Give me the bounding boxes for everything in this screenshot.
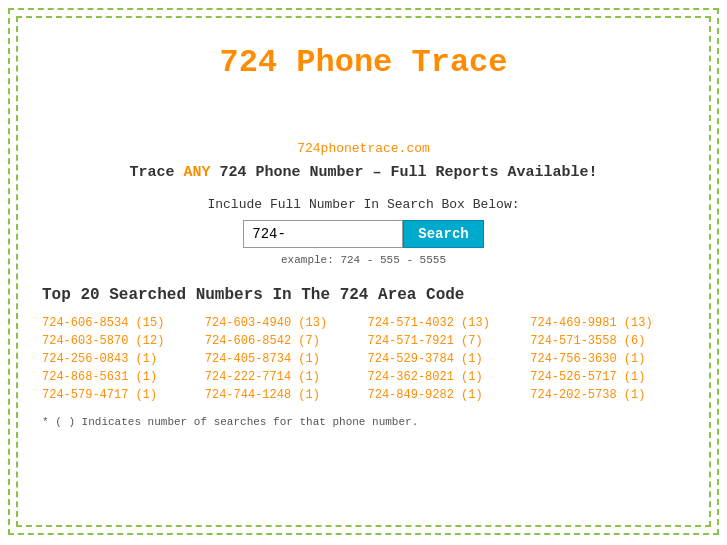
footnote: * ( ) Indicates number of searches for t… — [42, 416, 685, 428]
phone-link[interactable]: 724-606-8542 (7) — [205, 334, 360, 348]
site-title: 724 Phone Trace — [42, 44, 685, 81]
search-button[interactable]: Search — [403, 220, 483, 248]
phone-link[interactable]: 724-868-5631 (1) — [42, 370, 197, 384]
phone-link[interactable]: 724-571-4032 (13) — [368, 316, 523, 330]
tagline: Trace ANY 724 Phone Number – Full Report… — [42, 164, 685, 181]
phone-link[interactable]: 724-526-5717 (1) — [530, 370, 685, 384]
example-text: example: 724 - 555 - 5555 — [42, 254, 685, 266]
phone-link[interactable]: 724-571-7921 (7) — [368, 334, 523, 348]
search-row: Search — [42, 220, 685, 248]
phone-link[interactable]: 724-256-0843 (1) — [42, 352, 197, 366]
search-input[interactable] — [243, 220, 403, 248]
tagline-prefix: Trace — [129, 164, 183, 181]
phone-link[interactable]: 724-744-1248 (1) — [205, 388, 360, 402]
phone-link[interactable]: 724-529-3784 (1) — [368, 352, 523, 366]
phone-link[interactable]: 724-222-7714 (1) — [205, 370, 360, 384]
phone-link[interactable]: 724-579-4717 (1) — [42, 388, 197, 402]
phone-link[interactable]: 724-603-5870 (12) — [42, 334, 197, 348]
search-label: Include Full Number In Search Box Below: — [42, 197, 685, 212]
phone-grid: 724-606-8534 (15)724-603-4940 (13)724-57… — [42, 316, 685, 402]
phone-link[interactable]: 724-362-8021 (1) — [368, 370, 523, 384]
tagline-highlight: ANY — [183, 164, 210, 181]
outer-border: 724 Phone Trace 724phonetrace.com Trace … — [8, 8, 719, 535]
tagline-suffix: 724 Phone Number – Full Reports Availabl… — [210, 164, 597, 181]
phone-link[interactable]: 724-756-3630 (1) — [530, 352, 685, 366]
phone-link[interactable]: 724-202-5738 (1) — [530, 388, 685, 402]
phone-link[interactable]: 724-405-8734 (1) — [205, 352, 360, 366]
site-url: 724phonetrace.com — [42, 141, 685, 156]
phone-link[interactable]: 724-849-9282 (1) — [368, 388, 523, 402]
phone-link[interactable]: 724-469-9981 (13) — [530, 316, 685, 330]
top-searched-title: Top 20 Searched Numbers In The 724 Area … — [42, 286, 685, 304]
phone-link[interactable]: 724-603-4940 (13) — [205, 316, 360, 330]
phone-link[interactable]: 724-606-8534 (15) — [42, 316, 197, 330]
phone-link[interactable]: 724-571-3558 (6) — [530, 334, 685, 348]
inner-border: 724 Phone Trace 724phonetrace.com Trace … — [16, 16, 711, 527]
